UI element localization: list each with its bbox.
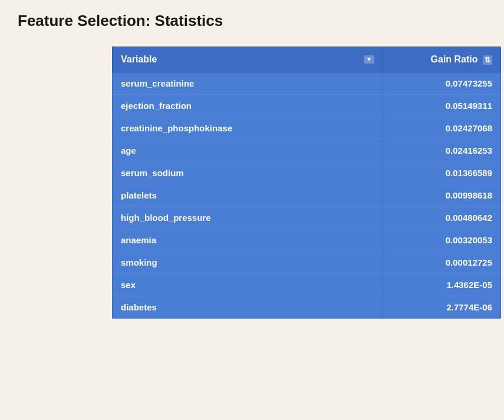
table-row: serum_creatinine0.07473255 (113, 72, 501, 95)
variable-cell: serum_creatinine (113, 72, 383, 95)
gain-ratio-cell: 0.00998618 (383, 184, 501, 207)
variable-cell: high_blood_pressure (113, 207, 383, 229)
table-row: age0.02416253 (113, 140, 501, 162)
variable-header-label: Variable (121, 54, 157, 65)
table-row: serum_sodium0.01366589 (113, 162, 501, 184)
page-title: Feature Selection: Statistics (18, 12, 486, 30)
gain-ratio-column-header[interactable]: Gain Ratio ⇅ (383, 47, 501, 72)
table-row: creatinine_phosphokinase0.02427068 (113, 117, 501, 140)
variable-cell: age (113, 140, 383, 162)
table-row: diabetes2.7774E-06 (113, 296, 501, 319)
variable-cell: platelets (113, 184, 383, 207)
table-row: sex1.4362E-05 (113, 274, 501, 296)
gain-ratio-cell: 0.02416253 (383, 140, 501, 162)
gain-ratio-cell: 0.07473255 (383, 72, 501, 95)
variable-cell: anaemia (113, 229, 383, 252)
table-row: high_blood_pressure0.00480642 (113, 207, 501, 229)
gain-ratio-cell: 0.01366589 (383, 162, 501, 184)
gain-ratio-cell: 1.4362E-05 (383, 274, 501, 296)
gain-ratio-cell: 0.02427068 (383, 117, 501, 140)
variable-cell: creatinine_phosphokinase (113, 117, 383, 140)
gain-ratio-cell: 2.7774E-06 (383, 296, 501, 319)
statistics-table-container: Variable ▼ Gain Ratio ⇅ serum_creatinine… (112, 47, 501, 319)
gain-ratio-header-label: Gain Ratio (431, 54, 478, 64)
variable-sort-icon[interactable]: ▼ (364, 55, 374, 64)
gain-ratio-sort-icon[interactable]: ⇅ (483, 55, 492, 65)
variable-cell: diabetes (113, 296, 383, 319)
variable-column-header[interactable]: Variable ▼ (113, 47, 383, 72)
variable-cell: sex (113, 274, 383, 296)
gain-ratio-cell: 0.00012725 (383, 252, 501, 274)
table-row: ejection_fraction0.05149311 (113, 95, 501, 117)
gain-ratio-cell: 0.00480642 (383, 207, 501, 229)
variable-cell: smoking (113, 252, 383, 274)
table-row: anaemia0.00320053 (113, 229, 501, 252)
gain-ratio-cell: 0.00320053 (383, 229, 501, 252)
variable-cell: serum_sodium (113, 162, 383, 184)
table-row: platelets0.00998618 (113, 184, 501, 207)
gain-ratio-cell: 0.05149311 (383, 95, 501, 117)
table-row: smoking0.00012725 (113, 252, 501, 274)
statistics-table: Variable ▼ Gain Ratio ⇅ serum_creatinine… (112, 47, 501, 319)
variable-cell: ejection_fraction (113, 95, 383, 117)
